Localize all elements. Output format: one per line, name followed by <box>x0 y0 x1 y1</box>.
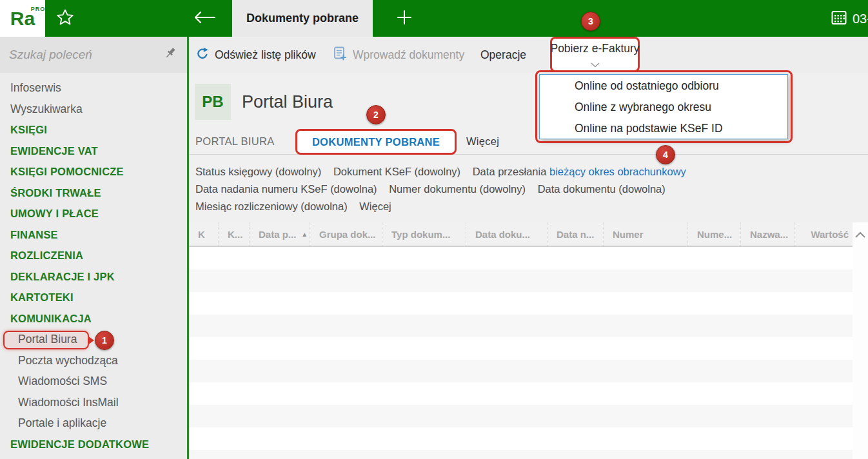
col-numer-2[interactable]: Nume... <box>687 222 740 246</box>
sidebar: Szukaj poleceń Infoserwis Wyszukiwarka K… <box>0 37 187 459</box>
col-label: K <box>198 229 205 240</box>
annotation-step-4-number: 4 <box>663 150 668 160</box>
col-label: Data doku... <box>475 229 530 240</box>
annotation-step-3: 3 <box>581 12 600 31</box>
pin-icon[interactable] <box>164 46 178 63</box>
col-label: Grupa dok... <box>319 229 376 240</box>
tab-dokumenty-pobrane[interactable]: DOKUMENTY POBRANE <box>295 129 457 155</box>
filter-dokument-ksef[interactable]: Dokument KSeF (dowolny) <box>333 166 460 177</box>
sidebar-item-poczta-wychodzaca[interactable]: Poczta wychodząca <box>0 350 187 371</box>
col-label: Typ dokum... <box>391 229 450 240</box>
document-plus-icon <box>332 46 348 64</box>
back-button[interactable] <box>192 10 217 27</box>
module-badge: PB <box>195 84 231 120</box>
col-wartosc[interactable]: Wartość <box>794 222 853 246</box>
sidebar-item-rozliczenia[interactable]: ROZLICZENIA <box>0 245 187 266</box>
back-arrow-icon <box>193 10 216 28</box>
table-header: K K... Data p...▲ Grupa dok... Typ dokum… <box>189 222 853 247</box>
filter-data-nadania-ksef[interactable]: Data nadania numeru KSeF (dowolna) <box>195 183 377 195</box>
sidebar-item-deklaracje-i-jpk[interactable]: DEKLARACJE I JPK <box>0 266 187 288</box>
download-einvoices-label: Pobierz e-Faktury <box>550 42 639 55</box>
refresh-file-list-button[interactable]: Odśwież listę plików <box>195 37 316 73</box>
menu-item-online-od-ostatniego-odbioru[interactable]: Online od ostatniego odbioru <box>540 75 787 97</box>
annotation-callout-step1 <box>88 336 94 345</box>
app-logo: RaPRO <box>0 0 45 37</box>
sidebar-item-ksiegi-pomocnicze[interactable]: KSIĘGI POMOCNICZE <box>0 161 187 182</box>
star-icon <box>56 8 74 29</box>
sidebar-item-ewidencje-dodatkowe[interactable]: EWIDENCJE DODATKOWE <box>0 434 187 455</box>
col-grupa-dokumentow[interactable]: Grupa dok... <box>310 222 382 246</box>
filter-bar: Status księgowy (dowolny) Dokument KSeF … <box>195 163 686 215</box>
col-label: Data n... <box>557 229 594 240</box>
new-tab-button[interactable] <box>395 9 414 28</box>
filter-data-przeslania[interactable]: Data przesłania bieżący okres obrachunko… <box>473 166 686 177</box>
sidebar-item-kartoteki[interactable]: KARTOTEKI <box>0 287 187 308</box>
sidebar-item-ksiegi[interactable]: KSIĘGI <box>0 119 187 141</box>
filter-row-3: Miesiąc rozliczeniowy (dowolna) Więcej <box>195 198 686 215</box>
enter-documents-label: Wprowadź dokumenty <box>353 48 464 62</box>
tab-wiecej[interactable]: Więcej <box>466 129 499 155</box>
window-tab-dokumenty-pobrane[interactable]: Dokumenty pobrane <box>232 0 373 37</box>
sidebar-item-komunikacja[interactable]: KOMUNIKACJA <box>0 308 187 329</box>
filter-data-przeslania-value[interactable]: bieżący okres obrachunkowy <box>549 166 686 177</box>
filter-numer-dokumentu[interactable]: Numer dokumentu (dowolny) <box>389 183 526 195</box>
plus-icon <box>395 8 413 29</box>
annotation-step-2: 2 <box>366 105 386 124</box>
refresh-icon <box>195 46 210 64</box>
filter-row-2: Data nadania numeru KSeF (dowolna) Numer… <box>195 181 686 198</box>
annotation-step-2-number: 2 <box>373 110 379 120</box>
sidebar-item-infoserwis[interactable]: Infoserwis <box>0 77 187 99</box>
table-body-empty[interactable] <box>189 247 853 459</box>
col-numer[interactable]: Numer <box>603 222 687 246</box>
filter-row-1: Status księgowy (dowolny) Dokument KSeF … <box>195 163 686 181</box>
window-tab-label: Dokumenty pobrane <box>246 12 359 25</box>
download-einvoices-dropdown: Online od ostatniego odbioru Online z wy… <box>539 74 788 139</box>
sidebar-item-portale-i-aplikacje[interactable]: Portale i aplikacje <box>0 413 187 434</box>
sidebar-item-wyszukiwarka[interactable]: Wyszukiwarka <box>0 99 187 120</box>
col-label: Nume... <box>697 229 732 240</box>
annotation-step-3-number: 3 <box>588 16 593 26</box>
tab-portal-biura[interactable]: PORTAL BIURA <box>195 129 275 155</box>
operations-menu-button[interactable]: Operacje <box>480 37 526 73</box>
menu-item-online-na-podstawie-ksef-id[interactable]: Online na podstawie KSeF ID <box>540 118 787 139</box>
filter-data-dokumentu[interactable]: Data dokumentu (dowolna) <box>538 183 666 195</box>
sidebar-menu: Infoserwis Wyszukiwarka KSIĘGI EWIDENCJE… <box>0 73 187 454</box>
col-label: Nazwa... <box>750 229 788 240</box>
command-search[interactable]: Szukaj poleceń <box>0 37 187 73</box>
annotation-step-1-number: 1 <box>102 335 107 346</box>
table-scrollbar[interactable] <box>853 222 868 459</box>
sidebar-item-ewidencje-vat[interactable]: EWIDENCJE VAT <box>0 141 187 162</box>
operations-label: Operacje <box>480 48 526 62</box>
filter-status-ksiegowy[interactable]: Status księgowy (dowolny) <box>195 166 321 177</box>
scroll-up-icon[interactable] <box>854 222 866 459</box>
annotation-step-4: 4 <box>656 145 675 164</box>
datetime-display[interactable]: 03- <box>831 9 868 29</box>
chevron-down-icon <box>591 57 600 71</box>
sidebar-item-finanse[interactable]: FINANSE <box>0 224 187 246</box>
col-data-dokumentu[interactable]: Data doku... <box>466 222 547 246</box>
col-label: K... <box>228 229 242 240</box>
col-data-przeslania[interactable]: Data p...▲ <box>249 222 310 246</box>
col-k[interactable]: K <box>189 222 218 246</box>
col-data-nadania[interactable]: Data n... <box>547 222 603 246</box>
col-typ-dokumentu[interactable]: Typ dokum... <box>382 222 466 246</box>
sort-asc-icon: ▲ <box>301 231 308 238</box>
download-einvoices-button[interactable]: Pobierz e-Faktury <box>550 37 640 72</box>
command-search-placeholder: Szukaj poleceń <box>9 48 164 62</box>
favorites-button[interactable] <box>55 9 75 28</box>
refresh-label: Odśwież listę plików <box>215 48 316 62</box>
col-nazwa[interactable]: Nazwa... <box>740 222 794 246</box>
page-title: Portal Biura <box>242 92 333 112</box>
sidebar-item-wiadomosci-sms[interactable]: Wiadomości SMS <box>0 371 187 392</box>
sidebar-item-wiadomosci-insmail[interactable]: Wiadomości InsMail <box>0 392 187 413</box>
filter-miesiac-rozliczeniowy[interactable]: Miesiąc rozliczeniowy (dowolna) <box>195 200 348 212</box>
filter-wiecej[interactable]: Więcej <box>359 200 391 212</box>
sidebar-item-umowy-i-place[interactable]: UMOWY I PŁACE <box>0 203 187 224</box>
filter-data-przeslania-label: Data przesłania <box>473 166 547 177</box>
menu-item-online-z-wybranego-okresu[interactable]: Online z wybranego okresu <box>540 97 787 118</box>
sidebar-item-srodki-trwale[interactable]: ŚRODKI TRWAŁE <box>0 182 187 204</box>
col-k2[interactable]: K... <box>218 222 249 246</box>
annotation-step-1: 1 <box>95 331 114 350</box>
enter-documents-button[interactable]: Wprowadź dokumenty <box>332 37 464 73</box>
col-label: Data p... <box>259 229 296 240</box>
